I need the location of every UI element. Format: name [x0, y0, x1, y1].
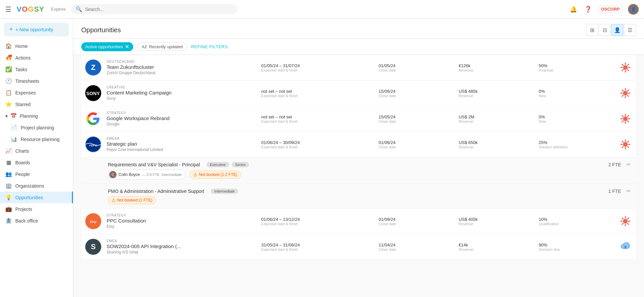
- opp-stage-label: New: [539, 94, 613, 98]
- svg-line-47: [622, 218, 623, 219]
- sidebar-item-project-planning[interactable]: 📄Project planning: [0, 122, 73, 133]
- opp-date-range: not set – not set: [261, 89, 373, 94]
- sun-icon: [619, 113, 632, 124]
- opp-category: STRATEGY: [107, 214, 256, 217]
- opp-name[interactable]: SOW2024-005 API Integration (...: [107, 243, 256, 249]
- sidebar-item-actions[interactable]: 🔥Actions: [0, 52, 73, 64]
- sidebar-item-tasks[interactable]: ✅Tasks: [0, 64, 73, 75]
- sidebar-label-boards: Boards: [15, 160, 30, 165]
- subrow-title: PMO & Administration - Administrative Su…: [108, 189, 238, 194]
- nav-icons: 🔔 ❓ OSCORP 👤: [569, 4, 639, 15]
- view-btn-grid[interactable]: ⊞: [586, 24, 598, 36]
- opportunity-row[interactable]: SONY CREATIVE Content Marketing Campaign…: [81, 80, 636, 106]
- recently-updated-filter[interactable]: AZ Recently updated: [137, 43, 187, 51]
- sidebar-item-timesheets[interactable]: 🕐Timesheets: [0, 75, 73, 87]
- subrow-title: Requirements and V&V Specialist - Princi…: [108, 162, 249, 167]
- cloud-upload-icon[interactable]: [619, 242, 632, 251]
- sidebar-item-boards[interactable]: ▦Boards: [0, 157, 73, 168]
- view-btn-list[interactable]: ☰: [624, 24, 636, 36]
- refine-filters-link[interactable]: REFINE FILTERS: [191, 44, 228, 49]
- opportunity-row[interactable]: STRATEGY Google Workspace Rebrand Google…: [81, 106, 636, 132]
- opp-dates: 01/06/24 – 30/09/24 Expected start & fin…: [261, 140, 373, 149]
- opp-main: STRATEGY PPC Consultation Etsy: [107, 214, 256, 229]
- active-opportunities-filter[interactable]: Active opportunities ✕: [81, 42, 133, 51]
- opportunity-row[interactable]: PEPSI EMEAA Strategic plan Pepsi Cola In…: [81, 132, 636, 157]
- sidebar-item-back-office[interactable]: 🏦Back office: [0, 215, 73, 226]
- view-btn-split[interactable]: ⊟: [599, 24, 611, 36]
- person-name: Colin Boyce: [119, 172, 140, 177]
- opp-probability: 25% Solution definition: [539, 140, 613, 149]
- opp-name[interactable]: PPC Consultation: [107, 218, 256, 223]
- filters-bar: Active opportunities ✕ AZ Recently updat…: [73, 39, 644, 55]
- opp-name[interactable]: Team Zukunftscluster: [107, 64, 256, 70]
- view-btn-people-view[interactable]: 👤: [611, 24, 623, 36]
- opportunities-icon: 💡: [5, 194, 12, 201]
- search-bar[interactable]: 🔍: [71, 4, 237, 14]
- logo: VOGSY: [17, 5, 44, 14]
- sidebar-group-planning[interactable]: ▾📅Planning: [0, 110, 73, 122]
- org-badge[interactable]: OSCORP: [598, 6, 623, 13]
- sidebar-item-expenses[interactable]: 📋Expenses: [0, 87, 73, 98]
- opp-logo: SONY: [85, 85, 101, 101]
- opp-date-label: Expected start & finish: [261, 247, 373, 251]
- avatar[interactable]: 👤: [628, 4, 639, 15]
- help-icon[interactable]: ❓: [583, 5, 593, 14]
- opp-name[interactable]: Content Marketing Campaign: [107, 90, 256, 95]
- svg-point-30: [623, 142, 628, 147]
- sidebar-item-opportunities[interactable]: 💡Opportunities: [0, 192, 73, 203]
- svg-line-6: [622, 64, 623, 66]
- opportunity-row[interactable]: Etsy STRATEGY PPC Consultation Etsy 01/0…: [81, 209, 636, 234]
- opp-logo: PEPSI: [85, 136, 101, 152]
- opp-close: 15/05/24 Close date: [379, 114, 453, 123]
- charts-icon: 📈: [5, 148, 12, 154]
- opp-date-label: Expected start & finish: [261, 222, 373, 226]
- person-chip[interactable]: C Colin Boyce — 0.8 FTE Intermediate: [108, 170, 185, 180]
- opp-close-date: 15/06/24: [379, 89, 453, 94]
- opp-date-label: Expected start & finish: [261, 145, 373, 149]
- opp-close: 01/09/24 Close date: [379, 217, 453, 226]
- opp-probability: 90% Decision due: [539, 242, 613, 251]
- project-planning-icon: 📄: [11, 124, 17, 131]
- svg-line-14: [622, 95, 623, 96]
- sidebar-item-charts[interactable]: 📈Charts: [0, 145, 73, 157]
- search-input[interactable]: [85, 7, 233, 12]
- opp-probability: 0% New: [539, 89, 613, 98]
- sidebar-item-resource-planning[interactable]: 📊Resource planning: [0, 133, 73, 145]
- sidebar-item-organizations[interactable]: 🏢Organizations: [0, 180, 73, 192]
- az-icon: AZ: [142, 45, 147, 49]
- menu-icon[interactable]: ☰: [5, 5, 11, 13]
- svg-line-12: [627, 95, 629, 96]
- opp-client: Sony: [107, 96, 256, 101]
- sidebar-item-home[interactable]: 🏠Home: [0, 40, 73, 52]
- sidebar-label-tasks: Tasks: [15, 67, 27, 72]
- opp-probability: 0% New: [539, 114, 613, 123]
- opp-category: DEUTSCHLAND: [107, 60, 256, 64]
- person-level: Intermediate: [161, 173, 182, 177]
- opp-main: EMEAA Strategic plan Pepsi Cola Internat…: [107, 137, 256, 152]
- sidebar-label-actions: Actions: [15, 55, 31, 61]
- edit-icon[interactable]: ✏: [626, 161, 631, 168]
- remove-filter-icon[interactable]: ✕: [125, 44, 129, 50]
- opp-logo: Etsy: [85, 213, 101, 229]
- opp-category: STRATEGY: [107, 111, 256, 115]
- resource-planning-icon: 📊: [11, 136, 17, 142]
- opportunity-row[interactable]: S EMEA SOW2024-005 API Integration (... …: [81, 234, 636, 260]
- sidebar-item-projects[interactable]: 💼Projects: [0, 203, 73, 215]
- opp-revenue: US$ 650k Revenue: [459, 140, 533, 149]
- opp-dates: 01/05/24 – 31/07/24 Expected start & fin…: [261, 63, 373, 72]
- role-title: Requirements and V&V Specialist - Princi…: [108, 162, 200, 167]
- sidebar: + + New opportunity 🏠Home🔥Actions✅Tasks🕐…: [0, 19, 73, 297]
- sidebar-item-people[interactable]: 👥People: [0, 168, 73, 180]
- sidebar-item-starred[interactable]: ⭐Starred: [0, 98, 73, 110]
- svg-text:SONY: SONY: [86, 91, 100, 96]
- opp-prob-val: 50%: [539, 63, 613, 68]
- opp-date-range: 31/05/24 – 31/08/24: [261, 242, 373, 247]
- new-opportunity-button[interactable]: + + New opportunity: [4, 23, 69, 36]
- not-booked-label: Not booked (1.2 FTE): [199, 172, 237, 177]
- opp-name[interactable]: Google Workspace Rebrand: [107, 115, 256, 121]
- fte-count: 2 FTE: [608, 162, 621, 167]
- opp-name[interactable]: Strategic plan: [107, 141, 256, 147]
- notifications-icon[interactable]: 🔔: [569, 5, 578, 14]
- opportunity-row[interactable]: Z DEUTSCHLAND Team Zukunftscluster Zuric…: [81, 55, 636, 80]
- edit-icon[interactable]: ✏: [626, 188, 631, 194]
